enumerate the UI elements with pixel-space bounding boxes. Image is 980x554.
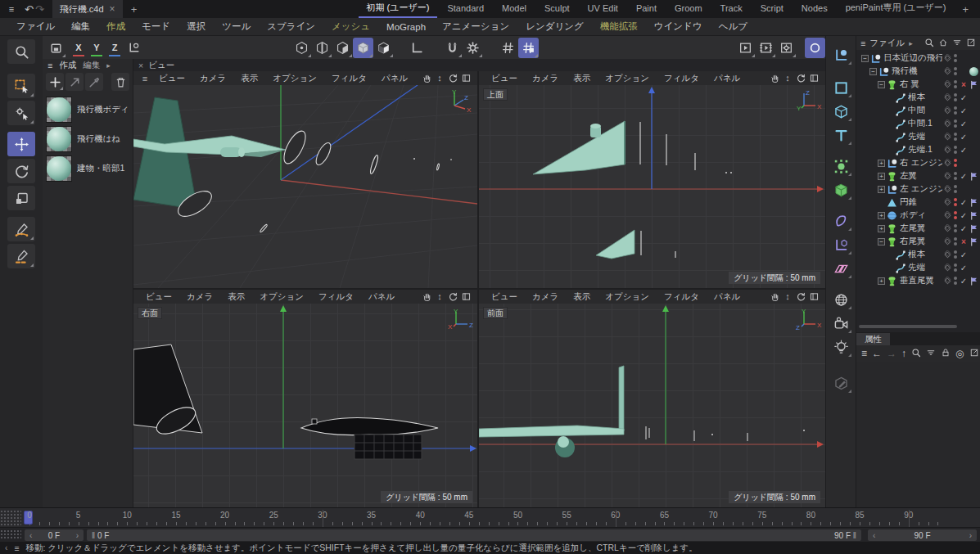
model-mode-button[interactable] bbox=[353, 38, 373, 58]
enabled-check-icon[interactable]: ✓ bbox=[959, 146, 969, 155]
viewport-canvas-perspective[interactable]: Y Z X bbox=[133, 85, 477, 288]
edges-mode-button[interactable] bbox=[312, 38, 332, 58]
viewport-menu-ビュー[interactable]: ビュー bbox=[138, 291, 179, 303]
layout-tab[interactable]: Nodes bbox=[793, 2, 836, 17]
tree-row[interactable]: −日本近辺の飛行機 bbox=[856, 52, 980, 65]
viewport-menu-フィルタ[interactable]: フィルタ bbox=[324, 73, 374, 84]
menu-スプライン[interactable]: スプライン bbox=[259, 20, 323, 33]
enabled-check-icon[interactable]: ✓ bbox=[959, 224, 969, 233]
new-document-tab-button[interactable]: + bbox=[124, 3, 144, 16]
viewport-menu-パネル[interactable]: パネル bbox=[707, 291, 747, 303]
object-name[interactable]: 左尾翼 bbox=[900, 223, 926, 234]
viewport-menu-ビュー[interactable]: ビュー bbox=[151, 73, 192, 84]
panel-menu-icon[interactable]: ≡ bbox=[860, 38, 865, 48]
viewport-canvas-right[interactable]: 右面 bbox=[133, 304, 477, 507]
status-menu-icon[interactable]: ≡ bbox=[14, 543, 19, 553]
pen-tool[interactable] bbox=[7, 217, 35, 241]
spinner-right-icon[interactable]: › bbox=[76, 531, 79, 540]
layout-tab[interactable]: UV Edit bbox=[580, 2, 626, 17]
points-mode-button[interactable] bbox=[291, 38, 312, 58]
layers-icon[interactable] bbox=[942, 172, 952, 181]
range-start-grip[interactable]: ‖ bbox=[92, 531, 97, 540]
viewport-menu-カメラ[interactable]: カメラ bbox=[179, 291, 220, 303]
viewport-menu-フィルタ[interactable]: フィルタ bbox=[311, 291, 361, 303]
object-name[interactable]: 中間.1 bbox=[908, 118, 933, 129]
layers-icon[interactable] bbox=[942, 250, 952, 259]
app-menu-icon[interactable]: ≡ bbox=[5, 4, 18, 14]
axis-lock-y-button[interactable]: Y bbox=[88, 38, 106, 58]
object-name[interactable]: 右 エンジン bbox=[900, 157, 942, 169]
tree-row[interactable]: 先端✓ bbox=[856, 130, 980, 143]
tree-row[interactable]: +左 エンジン bbox=[856, 182, 980, 196]
polygons-mode-button[interactable] bbox=[332, 38, 353, 58]
layers-icon[interactable] bbox=[942, 198, 952, 207]
layer-flag-icon[interactable] bbox=[969, 80, 978, 89]
tree-row[interactable]: −飛行機 bbox=[856, 65, 980, 78]
menu-機能拡張[interactable]: 機能拡張 bbox=[592, 20, 646, 33]
coordinate-system-button[interactable] bbox=[124, 38, 144, 58]
palette-text-object-button[interactable] bbox=[829, 124, 852, 146]
spinner-left-icon[interactable]: ‹ bbox=[873, 531, 875, 540]
viewport-menu-フィルタ[interactable]: フィルタ bbox=[657, 291, 707, 303]
viewport-menu-ビュー[interactable]: ビュー bbox=[484, 73, 525, 84]
layers-icon[interactable] bbox=[942, 211, 952, 220]
tree-expander[interactable]: + bbox=[878, 225, 885, 232]
tree-row[interactable]: +左尾翼✓ bbox=[856, 222, 980, 235]
spinner-right-icon[interactable]: › bbox=[969, 531, 972, 540]
enabled-check-icon[interactable]: ✓ bbox=[959, 198, 969, 207]
layout-tab[interactable]: Sculpt bbox=[536, 2, 578, 17]
layers-icon[interactable] bbox=[942, 133, 952, 142]
maximize-view-icon[interactable] bbox=[807, 291, 820, 302]
filter-icon[interactable] bbox=[926, 348, 936, 360]
axis-lock-x-button[interactable]: X bbox=[70, 38, 88, 58]
enabled-check-icon[interactable]: ✓ bbox=[959, 119, 969, 128]
close-tab-icon[interactable]: × bbox=[110, 3, 115, 15]
maximize-view-icon[interactable] bbox=[807, 73, 820, 83]
maximize-view-icon[interactable] bbox=[459, 73, 472, 83]
timeline-grip[interactable] bbox=[0, 510, 21, 525]
enabled-check-icon[interactable]: ✓ bbox=[959, 172, 969, 181]
object-name[interactable]: 先端 bbox=[908, 262, 925, 273]
new-panel-icon[interactable] bbox=[969, 348, 979, 360]
redo-button[interactable]: ↷ bbox=[35, 3, 44, 16]
menu-モード[interactable]: モード bbox=[133, 20, 178, 33]
viewport-menu-カメラ[interactable]: カメラ bbox=[525, 291, 566, 303]
layer-flag-icon[interactable] bbox=[969, 277, 978, 286]
menu-ヘルプ[interactable]: ヘルプ bbox=[711, 20, 756, 33]
new-layout-button[interactable]: + bbox=[955, 3, 975, 16]
tree-row[interactable]: −右尾翼× bbox=[856, 235, 980, 248]
tab-attributes[interactable]: 属性 bbox=[856, 333, 890, 345]
pan-hand-icon[interactable] bbox=[768, 291, 781, 302]
tree-row[interactable]: 中間.1✓ bbox=[856, 117, 980, 130]
menu-more-icon[interactable]: ▸ bbox=[909, 39, 913, 47]
collapse-icon[interactable]: ‹ bbox=[5, 543, 7, 552]
forward-icon[interactable]: → bbox=[887, 348, 896, 359]
menu-more-icon[interactable]: ▸ bbox=[106, 61, 111, 70]
tree-row[interactable]: +右 エンジン bbox=[856, 156, 980, 169]
menu-ウインドウ[interactable]: ウインドウ bbox=[646, 20, 711, 33]
delete-material-button[interactable] bbox=[111, 73, 129, 91]
layout-tab[interactable]: peniPaint専用 (ユーザー) bbox=[838, 0, 955, 18]
enabled-check-icon[interactable]: ✓ bbox=[959, 250, 969, 259]
palette-deformer-button[interactable] bbox=[829, 210, 852, 232]
menu-MoGraph[interactable]: MoGraph bbox=[378, 22, 434, 32]
search-icon[interactable] bbox=[911, 348, 921, 360]
palette-field-button[interactable] bbox=[829, 258, 852, 279]
material-thumbnail[interactable] bbox=[46, 155, 72, 182]
visibility-dots[interactable] bbox=[952, 80, 959, 88]
enabled-check-icon[interactable]: ✓ bbox=[959, 106, 969, 115]
viewport-menu-ビュー[interactable]: ビュー bbox=[484, 291, 525, 303]
material-thumbnail[interactable] bbox=[46, 126, 72, 152]
add-material-button[interactable] bbox=[46, 73, 64, 91]
range-end-grip[interactable]: ‖ bbox=[851, 531, 856, 540]
dolly-icon[interactable]: ↕ bbox=[781, 73, 794, 83]
layout-tab[interactable]: 初期 (ユーザー) bbox=[359, 0, 438, 18]
menu-選択[interactable]: 選択 bbox=[178, 20, 214, 33]
viewport-menu-オプション[interactable]: オプション bbox=[598, 291, 657, 303]
viewport-menu-パネル[interactable]: パネル bbox=[361, 291, 402, 303]
target-icon[interactable]: ◎ bbox=[955, 348, 964, 359]
scale-tool[interactable] bbox=[7, 186, 35, 210]
object-name[interactable]: 根本 bbox=[908, 249, 925, 260]
viewport-canvas-top[interactable]: 上面 bbox=[479, 85, 825, 288]
layers-icon[interactable] bbox=[942, 185, 952, 194]
